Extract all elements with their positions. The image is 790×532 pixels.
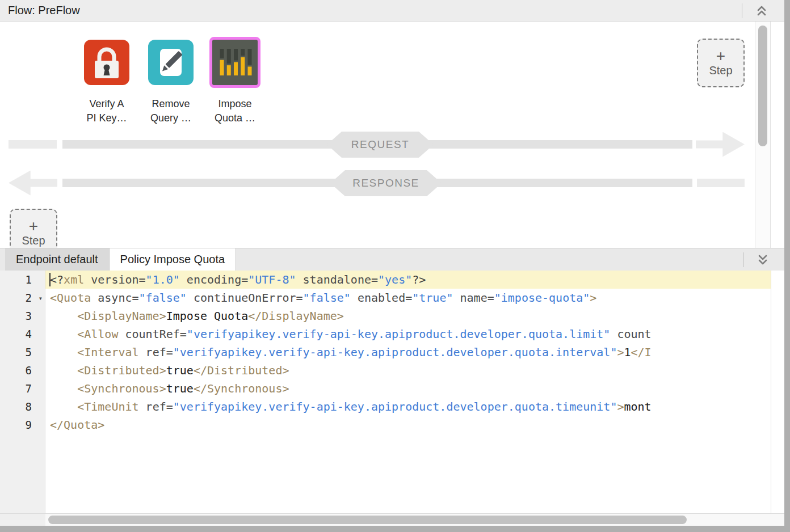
code-token [50,400,77,413]
code-token [50,345,77,359]
policy-label-line1: Impose [215,97,255,111]
code-line-4[interactable]: 4 <Allow countRef="verifyapikey.verify-a… [0,325,784,343]
response-arrow-left-icon [9,171,57,196]
code-line-6[interactable]: 6 <Distributed>true</Distributed> [0,361,784,379]
code-token: "impose-quota" [494,291,590,305]
code-token: </Distributed> [194,364,289,377]
code-token: </Quota> [50,418,104,432]
policy-step-impose-quota[interactable]: ImposeQuota … [211,40,259,125]
window-frame-bottom [0,526,790,532]
code-line-9[interactable]: 9</Quota> [0,416,784,434]
code-token: continueOnError= [187,291,303,305]
code-token: "yes" [378,273,412,286]
line-number: 2▾ [0,289,45,307]
editor-collapse-button[interactable] [750,248,775,271]
code-line-text: <Quota async="false" continueOnError="fa… [45,289,771,307]
response-line-end-stub [697,179,745,187]
policy-step-remove-query[interactable]: RemoveQuery … [146,40,195,125]
add-step-request-button[interactable]: + Step [697,39,745,87]
flow-title: Flow: PreFlow [8,4,80,17]
request-flow-badge: REQUEST [327,132,434,158]
code-token: <DisplayName> [77,309,166,323]
code-token: > [617,345,624,359]
policy-step-label: RemoveQuery … [150,97,191,125]
double-chevron-up-icon [755,4,768,18]
window-frame-right [784,0,790,532]
code-line-5[interactable]: 5 <Interval ref="verifyapikey.verify-api… [0,343,784,361]
code-line-text: <Distributed>true</Distributed> [45,361,771,379]
flow-scrollbar-thumb[interactable] [758,26,767,146]
quota-bars-icon [209,37,260,88]
code-token: countRef= [118,327,186,341]
policy-label-line2: Quota … [215,111,255,125]
line-number: 4 [0,325,45,343]
line-number: 7 [0,379,45,398]
code-token: "verifyapikey.verify-api-key.apiproduct.… [173,400,617,413]
code-line-8[interactable]: 8 <TimeUnit ref="verifyapikey.verify-api… [0,398,784,416]
policy-label-line2: PI Key… [86,111,127,125]
code-token: "true" [412,291,453,305]
tab-endpoint-default[interactable]: Endpoint default [5,248,110,271]
code-token: <Distributed> [77,364,166,377]
policy-label-line2: Query … [150,111,191,125]
code-line-text: <Interval ref="verifyapikey.verify-api-k… [45,343,771,361]
code-line-text: <?xml version="1.0" encoding="UTF-8" sta… [45,271,771,289]
code-line-text: <TimeUnit ref="verifyapikey.verify-api-k… [45,398,771,416]
code-editor[interactable]: 1<?xml version="1.0" encoding="UTF-8" st… [0,271,784,513]
flow-vertical-scrollbar[interactable] [755,22,771,248]
code-token [50,364,77,377]
code-line-text: <Synchronous>true</Synchronous> [45,379,771,398]
editor-horizontal-scrollbar[interactable] [0,513,784,526]
code-line-2[interactable]: 2▾<Quota async="false" continueOnError="… [0,289,784,307]
tabbar-divider [743,252,743,267]
horizontal-scrollbar-thumb[interactable] [48,516,687,524]
code-token: "1.0" [146,273,180,286]
line-number: 3 [0,307,45,325]
flow-canvas: Verify API Key…RemoveQuery …ImposeQuota … [0,22,784,248]
tabbar-controls [743,248,784,271]
policy-step-row: Verify API Key…RemoveQuery …ImposeQuota … [82,40,259,125]
request-line-start-stub [9,140,57,149]
code-token [50,309,77,323]
code-line-7[interactable]: 7 <Synchronous>true</Synchronous> [0,379,784,398]
code-token: standalone= [296,273,379,286]
policy-label-line1: Remove [150,97,191,111]
policy-step-verify-a-pi-key[interactable]: Verify API Key… [82,40,131,125]
code-token: "verifyapikey.verify-api-key.apiproduct.… [187,327,611,341]
code-line-1[interactable]: 1<?xml version="1.0" encoding="UTF-8" st… [0,271,784,289]
code-token: ref= [139,400,173,413]
response-flow-badge: RESPONSE [330,170,442,196]
flow-collapse-button[interactable] [749,0,774,21]
code-line-3[interactable]: 3 <DisplayName>Impose Quota</DisplayName… [0,307,784,325]
code-token: ref= [139,345,173,359]
code-token: encoding= [180,273,248,286]
main-column: Flow: PreFlow Verify API Key…RemoveQuery… [0,0,784,526]
code-token: </DisplayName> [248,309,344,323]
add-step-response-button[interactable]: + Step [10,209,57,248]
code-token: count [610,327,651,341]
line-number: 5 [0,343,45,361]
code-token: "false" [139,291,187,305]
code-token: async= [91,291,138,305]
line-number: 1 [0,271,45,289]
header-divider [742,3,742,18]
line-number: 9 [0,416,45,434]
code-token: 1 [624,345,631,359]
code-token: enabled= [351,291,412,305]
request-arrow-right-icon [696,132,745,157]
code-token [50,382,77,395]
code-token: <Interval [77,345,138,359]
text-cursor [49,273,51,286]
code-token: > [617,400,624,413]
tab-policy-impose-quota[interactable]: Policy Impose Quota [110,248,237,271]
code-line-text: <Allow countRef="verifyapikey.verify-api… [45,325,771,343]
code-line-text: <DisplayName>Impose Quota</DisplayName> [45,307,771,325]
plus-icon: + [29,219,38,234]
code-token: <Synchronous> [77,382,166,395]
gutter-stub [0,514,45,526]
pencil-icon [148,40,194,85]
apigee-flow-editor-window: Flow: PreFlow Verify API Key…RemoveQuery… [0,0,790,532]
policy-step-label: Verify API Key… [86,97,127,125]
fold-toggle-icon[interactable]: ▾ [39,289,43,307]
code-token: <? [50,273,64,286]
